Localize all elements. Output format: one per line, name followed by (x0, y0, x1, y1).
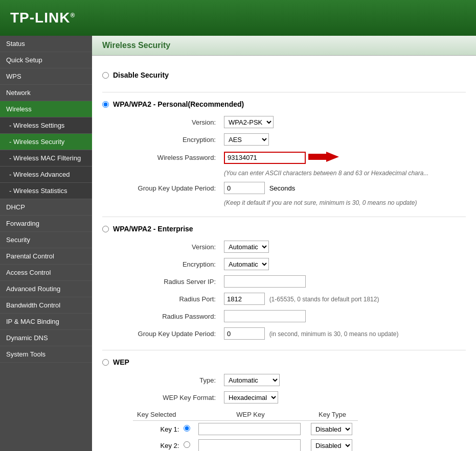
version-value-cell: Automatic WPA-PSK WPA2-PSK (220, 113, 476, 131)
wep-label[interactable]: WEP (113, 358, 129, 366)
wpa-enterprise-radio[interactable] (102, 226, 109, 232)
key-type-header: Key Type (307, 409, 358, 421)
radius-port-row: Radius Port: (1-65535, 0 stands for defa… (118, 290, 476, 307)
password-row: Wireless Password: (118, 148, 476, 167)
wpa-enterprise-label[interactable]: WPA/WPA2 - Enterprise (113, 225, 193, 233)
password-value-cell (220, 148, 476, 167)
encryption-value-cell: Automatic TKIP AES (220, 131, 476, 148)
disable-security-label[interactable]: Disable Security (113, 71, 169, 79)
group-key-hint: (Keep it default if you are not sure, mi… (220, 197, 476, 209)
sidebar-item-wireless-security[interactable]: - Wireless Security (0, 134, 92, 150)
page-title: Wireless Security (102, 41, 466, 50)
wep-type-form: Type: Automatic Open System Shared Key W… (118, 371, 476, 406)
wep-type-select[interactable]: Automatic Open System Shared Key (224, 374, 280, 386)
sidebar-item-bandwidth-control[interactable]: Bandwidth Control (0, 297, 92, 314)
password-hint: (You can enter ASCII characters between … (220, 167, 476, 179)
wpa-enterprise-form: Version: Automatic WPA WPA2 Encryption: … (118, 238, 476, 342)
header: TP-LINK® (0, 0, 476, 36)
group-key-value-cell: Seconds (220, 179, 476, 197)
sidebar-item-wps[interactable]: WPS (0, 68, 92, 85)
sidebar-item-parental-control[interactable]: Parental Control (0, 248, 92, 265)
radius-port-hint: (1-65535, 0 stands for default port 1812… (269, 296, 379, 303)
ent-version-label: Version: (118, 238, 220, 255)
wep-radio[interactable] (102, 359, 109, 366)
sidebar-item-dynamic-dns[interactable]: Dynamic DNS (0, 330, 92, 346)
group-key-unit: Seconds (269, 184, 296, 192)
sidebar-item-wireless-advanced[interactable]: - Wireless Advanced (0, 167, 92, 183)
encryption-select[interactable]: Automatic TKIP AES (224, 133, 269, 146)
sidebar-item-wireless-statistics[interactable]: - Wireless Statistics (0, 183, 92, 199)
sidebar-item-wireless-settings[interactable]: - Wireless Settings (0, 117, 92, 134)
group-key-row: Group Key Update Period: Seconds (118, 179, 476, 197)
sidebar-item-quick-setup[interactable]: Quick Setup (0, 52, 92, 68)
ent-encryption-select[interactable]: Automatic TKIP AES (224, 258, 269, 270)
version-row: Version: Automatic WPA-PSK WPA2-PSK (118, 113, 476, 131)
sidebar-item-wireless-mac-filtering[interactable]: - Wireless MAC Filtering (0, 150, 92, 167)
wep-key-2-type-select[interactable]: Disabled 64bit 128bit 152bit (311, 439, 352, 451)
sidebar-item-wireless[interactable]: Wireless (0, 101, 92, 117)
sidebar-item-advanced-routing[interactable]: Advanced Routing (0, 281, 92, 297)
wep-keys-header-row: Key Selected WEP Key Key Type (133, 409, 358, 421)
wep-type-label: Type: (118, 371, 220, 389)
wpa-personal-label[interactable]: WPA/WPA2 - Personal(Recommended) (113, 100, 244, 108)
ent-version-select[interactable]: Automatic WPA WPA2 (224, 241, 269, 253)
radius-password-row: Radius Password: (118, 307, 476, 325)
group-key-input[interactable] (224, 182, 265, 194)
wep-key-2-radio[interactable] (184, 441, 190, 448)
password-input[interactable] (224, 152, 306, 164)
wep-keys-table: Key Selected WEP Key Key Type Key 1: (133, 409, 358, 451)
sidebar-item-system-tools[interactable]: System Tools (0, 346, 92, 363)
sidebar-item-network[interactable]: Network (0, 85, 92, 101)
page-title-bar: Wireless Security (92, 36, 476, 56)
group-key-hint-row: (Keep it default if you are not sure, mi… (118, 197, 476, 209)
wpa-personal-section-header: WPA/WPA2 - Personal(Recommended) (102, 100, 466, 108)
sidebar-item-ip-mac-binding[interactable]: IP & MAC Binding (0, 314, 92, 330)
ent-encryption-row: Encryption: Automatic TKIP AES (118, 255, 476, 273)
wep-key-format-row: WEP Key Format: Hexadecimal ASCII (118, 389, 476, 406)
ent-group-key-input[interactable] (224, 327, 265, 340)
logo-text: TP-LINK (10, 10, 70, 26)
ent-encryption-label: Encryption: (118, 255, 220, 273)
separator-2 (102, 217, 466, 217)
sidebar-item-status[interactable]: Status (0, 36, 92, 52)
wpa-personal-form: Version: Automatic WPA-PSK WPA2-PSK Encr… (118, 113, 476, 209)
main-layout: Status Quick Setup WPS Network Wireless … (0, 36, 476, 451)
password-hint-row: (You can enter ASCII characters between … (118, 167, 476, 179)
radius-port-label: Radius Port: (118, 290, 220, 307)
encryption-row: Encryption: Automatic TKIP AES (118, 131, 476, 148)
key-2-label: Key 2: (161, 442, 179, 449)
wep-key-format-label: WEP Key Format: (118, 389, 220, 406)
group-key-label: Group Key Update Period: (118, 179, 220, 197)
wep-key-2-input[interactable] (198, 439, 301, 451)
wpa-enterprise-section-header: WPA/WPA2 - Enterprise (102, 225, 466, 233)
sidebar-item-forwarding[interactable]: Forwarding (0, 216, 92, 232)
wep-key-header: WEP Key (194, 409, 307, 421)
trademark: ® (70, 12, 75, 19)
ent-group-key-row: Group Key Update Period: (in second, min… (118, 325, 476, 342)
sidebar-item-dhcp[interactable]: DHCP (0, 199, 92, 216)
wep-type-row: Type: Automatic Open System Shared Key (118, 371, 476, 389)
radius-port-input[interactable] (224, 293, 265, 305)
wep-key-1-row: Key 1: Disabled 64bit 128bit 152bit (133, 421, 358, 438)
ent-version-row: Version: Automatic WPA WPA2 (118, 238, 476, 255)
sidebar: Status Quick Setup WPS Network Wireless … (0, 36, 92, 451)
sidebar-item-access-control[interactable]: Access Control (0, 265, 92, 281)
radius-password-input[interactable] (224, 310, 306, 322)
wep-key-1-input[interactable] (198, 423, 301, 435)
password-label: Wireless Password: (118, 148, 220, 167)
arrow-annotation-password (308, 151, 339, 164)
wep-key-1-type-select[interactable]: Disabled 64bit 128bit 152bit (311, 423, 352, 435)
separator-3 (102, 350, 466, 350)
wep-key-format-select[interactable]: Hexadecimal ASCII (224, 391, 278, 403)
disable-security-radio[interactable] (102, 72, 109, 79)
wep-key-1-radio[interactable] (184, 425, 190, 432)
radius-ip-input[interactable] (224, 275, 306, 288)
logo: TP-LINK® (10, 10, 75, 26)
wpa-personal-radio[interactable] (102, 101, 109, 108)
sidebar-item-security[interactable]: Security (0, 232, 92, 248)
main-content: Wireless Security Disable Security WPA/W… (92, 36, 476, 451)
version-select[interactable]: Automatic WPA-PSK WPA2-PSK (224, 116, 274, 128)
content-area: Disable Security WPA/WPA2 - Personal(Rec… (92, 66, 476, 451)
wep-section-header: WEP (102, 358, 466, 366)
encryption-label: Encryption: (118, 131, 220, 148)
